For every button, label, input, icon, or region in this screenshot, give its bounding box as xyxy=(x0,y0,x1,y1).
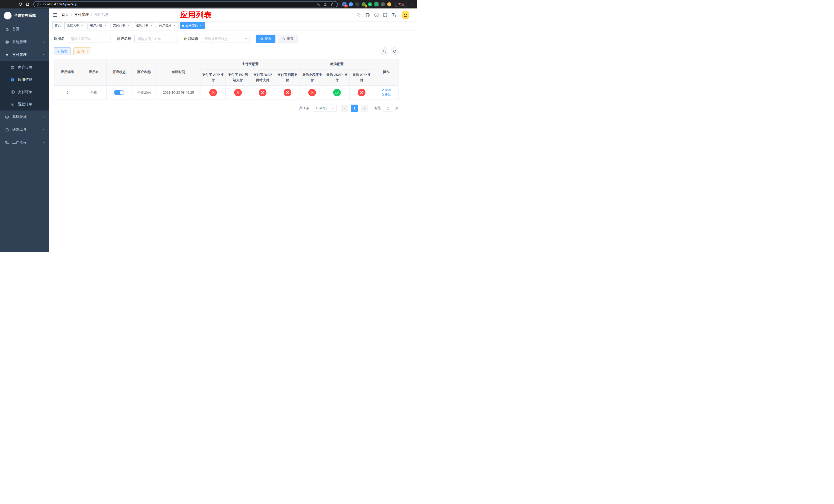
group-wechat-config: 微信配置 xyxy=(300,59,374,70)
wx-jsapi-status-icon xyxy=(333,89,341,96)
user-menu[interactable] xyxy=(398,11,414,19)
tab-merchant-info[interactable]: 商户信息× xyxy=(157,22,178,29)
sidebar-item-app-info[interactable]: 应用信息 xyxy=(0,74,49,86)
sidebar-item-workflow[interactable]: 工作流程 xyxy=(0,136,49,149)
add-button[interactable]: + 新增 xyxy=(54,47,71,55)
extension-icon-1[interactable]: 10 xyxy=(343,2,347,6)
search-form: 应用名 商户名称 开启状态 搜索 xyxy=(54,35,398,43)
sidebar-toggle-icon[interactable] xyxy=(49,8,62,21)
address-bar[interactable]: i localhost:1024/pay/app xyxy=(33,1,338,7)
col-alipay-app: 支付宝 APP 支付 xyxy=(201,70,225,86)
caret-down-icon xyxy=(411,15,413,17)
workflow-icon xyxy=(5,141,9,144)
extension-badge: 10 xyxy=(344,5,348,7)
sidebar-item-home[interactable]: 首页 xyxy=(0,23,49,36)
refresh-icon xyxy=(282,37,285,41)
close-icon[interactable]: × xyxy=(199,24,203,27)
browser-back-button[interactable]: ← xyxy=(3,1,9,8)
fullscreen-icon[interactable] xyxy=(381,13,390,17)
sidebar-item-refund-orders[interactable]: 退款订单 xyxy=(0,98,49,111)
github-icon[interactable] xyxy=(363,13,372,17)
search-icon xyxy=(382,49,386,53)
alipay-pc-status-icon xyxy=(234,89,242,96)
url-text[interactable]: localhost:1024/pay/app xyxy=(43,2,314,6)
header-search-icon[interactable] xyxy=(354,13,363,17)
extension-icon-7[interactable] xyxy=(381,2,385,6)
export-button[interactable]: 导出 xyxy=(73,47,91,55)
profile-extension-icon[interactable]: 1 xyxy=(361,2,366,6)
extension-icon-2[interactable] xyxy=(349,2,353,6)
goto-page-input[interactable] xyxy=(383,105,393,112)
wx-mini-status-icon xyxy=(308,89,316,96)
tab-process-form[interactable]: 流程表单× xyxy=(64,22,86,29)
extension-icon-8[interactable] xyxy=(387,2,391,6)
browser-home-button[interactable] xyxy=(24,1,31,8)
col-actions: 操作 xyxy=(374,59,398,86)
refresh-table-button[interactable] xyxy=(391,47,398,55)
close-icon[interactable]: × xyxy=(127,24,130,27)
extension-icon-6[interactable] xyxy=(374,2,378,6)
font-size-icon[interactable]: TT xyxy=(390,13,398,17)
tab-home[interactable]: 首页 xyxy=(52,22,63,29)
browser-update-button[interactable]: 更新 xyxy=(395,2,407,7)
reset-button[interactable]: 重置 xyxy=(278,35,298,43)
close-icon[interactable]: × xyxy=(80,24,84,27)
alipay-qr-status-icon xyxy=(284,89,291,96)
toggle-search-button[interactable] xyxy=(380,47,388,55)
sidebar-item-payment[interactable]: ¥ 支付管理 xyxy=(0,48,49,61)
sidebar-item-system[interactable]: 系统管理 xyxy=(0,36,49,48)
site-info-icon[interactable]: i xyxy=(37,3,41,6)
extension-icon-3[interactable] xyxy=(355,2,359,6)
edit-button[interactable]: 修改 xyxy=(381,88,391,92)
col-wx-mini: 微信小程序支付 xyxy=(300,70,325,86)
tab-pay-orders[interactable]: 支付订单× xyxy=(111,22,132,29)
share-icon[interactable] xyxy=(323,3,327,6)
next-page-button[interactable]: › xyxy=(360,105,368,112)
password-key-icon[interactable] xyxy=(316,3,320,6)
chevron-down-icon xyxy=(43,115,45,117)
sidebar-item-pay-orders[interactable]: ¥ 支付订单 xyxy=(0,86,49,98)
prev-page-button[interactable]: ‹ xyxy=(341,105,348,112)
pagination: 共 1 条 10条/页 ‹ 1 › 前往 页 xyxy=(54,105,398,112)
sidebar-item-merchant-info[interactable]: 商户信息 xyxy=(0,61,49,74)
merchant-name-input[interactable] xyxy=(134,35,177,43)
page-size-select[interactable]: 10条/页 xyxy=(313,105,337,112)
dashboard-icon xyxy=(5,27,9,31)
close-icon[interactable]: × xyxy=(173,24,176,27)
bookmark-star-icon[interactable] xyxy=(330,2,334,6)
tab-refund-orders[interactable]: 退款订单× xyxy=(134,22,155,29)
close-icon[interactable]: × xyxy=(103,24,107,27)
breadcrumb-payment[interactable]: 支付管理 xyxy=(74,13,89,17)
status-select[interactable] xyxy=(201,35,250,43)
browser-forward-button[interactable]: → xyxy=(10,1,16,8)
yen-icon: ¥ xyxy=(5,53,9,57)
home-icon xyxy=(26,2,29,6)
col-merchant: 商户名称 xyxy=(132,59,156,86)
breadcrumb-home[interactable]: 首页 xyxy=(62,13,69,17)
page-number-1[interactable]: 1 xyxy=(351,105,358,112)
browser-menu-icon[interactable]: ⋮ xyxy=(410,2,414,7)
sidebar-item-infrastructure[interactable]: 基础设施 xyxy=(0,111,49,123)
extension-icon-5[interactable] xyxy=(368,2,372,6)
col-created: 创建时间 xyxy=(156,59,201,86)
help-icon[interactable]: ? xyxy=(372,13,381,17)
cell-app-name: 芋道 xyxy=(81,86,107,99)
sidebar-item-dev-tools[interactable]: 研发工具 xyxy=(0,123,49,136)
trash-icon xyxy=(381,93,384,96)
toolbox-icon xyxy=(5,128,9,132)
grid-icon xyxy=(10,78,15,82)
tab-user-group[interactable]: 用户分组× xyxy=(87,22,109,29)
app-logo[interactable]: 芋道管理系统 xyxy=(0,8,49,23)
search-button[interactable]: 搜索 xyxy=(256,35,276,43)
col-alipay-wap: 支付宝 WAP 网站支付 xyxy=(250,70,275,86)
app-name-input[interactable] xyxy=(68,35,111,43)
refresh-icon xyxy=(393,49,396,53)
wx-app-status-icon xyxy=(358,89,366,96)
browser-refresh-button[interactable] xyxy=(17,1,24,8)
tags-view: 首页 流程表单× 用户分组× 支付订单× 退款订单× 商户信息× 应用信息× xyxy=(49,21,417,30)
delete-button[interactable]: 删除 xyxy=(381,93,391,97)
status-toggle[interactable] xyxy=(114,90,124,95)
tab-app-info[interactable]: 应用信息× xyxy=(180,22,205,29)
close-icon[interactable]: × xyxy=(150,24,153,27)
status-select-input[interactable] xyxy=(201,35,250,43)
